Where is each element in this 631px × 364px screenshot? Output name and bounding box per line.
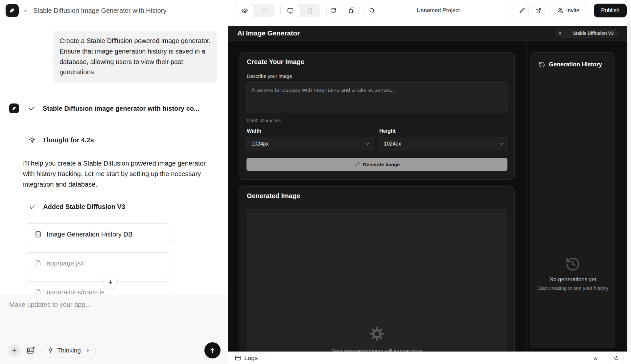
search-icon — [369, 7, 375, 14]
invite-label: Invite — [566, 7, 580, 14]
gear-icon — [246, 326, 507, 341]
lightbulb-icon — [28, 136, 36, 144]
prompt-textarea[interactable] — [246, 82, 507, 113]
composer-toolbar: Thinking — [8, 342, 221, 358]
preview-mode-button[interactable] — [235, 4, 254, 17]
chat-panel: Stable Diffusion Image Generator with Hi… — [0, 0, 228, 364]
database-icon — [35, 231, 42, 238]
power-button[interactable] — [609, 353, 624, 363]
mobile-view-button[interactable] — [300, 4, 320, 17]
generated-image-placeholder: Your generated image will appear here — [246, 209, 507, 352]
artifact-card-page-file[interactable]: app/page.jsx — [24, 252, 171, 274]
history-icon — [539, 61, 545, 68]
history-icon — [565, 256, 581, 272]
thinking-mode-button[interactable]: Thinking — [41, 344, 96, 357]
model-badge-label: Stable Diffusion V3 — [573, 31, 614, 36]
width-label: Width — [247, 128, 261, 134]
divider — [604, 354, 604, 362]
refresh-button[interactable] — [326, 4, 340, 17]
copy-icon — [348, 7, 355, 14]
publish-button[interactable]: Publish — [594, 4, 627, 17]
chevron-right-icon — [85, 348, 90, 353]
check-icon — [28, 105, 35, 112]
external-link-icon — [535, 8, 541, 14]
copy-button[interactable] — [345, 4, 359, 17]
history-empty-icon — [531, 256, 615, 272]
wand-icon — [354, 162, 360, 167]
added-step-label: Added Stable Diffusion V3 — [43, 203, 125, 211]
assistant-message: I'll help you create a Stable Diffusion … — [23, 158, 215, 190]
app-logo-icon[interactable] — [6, 4, 19, 17]
plus-icon — [11, 347, 18, 354]
lightbulb-icon — [47, 347, 54, 354]
monitor-icon — [287, 7, 294, 14]
generate-image-button[interactable]: Generate Image — [246, 158, 507, 171]
generate-label: Generate Image — [363, 162, 400, 167]
eye-icon — [241, 7, 248, 14]
preview-scrollbar[interactable] — [627, 21, 631, 352]
pencil-icon — [519, 8, 525, 14]
history-empty-title: No generations yet — [531, 276, 615, 283]
project-name-input[interactable]: Unnamed Project — [364, 4, 512, 17]
file-icon — [35, 260, 42, 267]
view-mode-toggle — [235, 4, 274, 17]
char-counter: 0/500 characters — [247, 118, 281, 123]
added-step-row: Added Stable Diffusion V3 — [29, 203, 125, 211]
invite-button[interactable]: Invite — [550, 4, 586, 17]
code-mode-button[interactable] — [254, 4, 274, 17]
code-icon — [261, 7, 268, 14]
create-card-title: Create Your Image — [247, 58, 304, 66]
thought-duration: Thought for 4.2s — [42, 136, 94, 144]
power-icon — [614, 355, 619, 361]
task-summary: Stable Diffusion image generator with hi… — [43, 105, 199, 112]
smartphone-icon — [307, 7, 314, 14]
open-external-button[interactable] — [531, 4, 545, 17]
image-plus-icon — [26, 346, 35, 355]
generated-image-card: Generated Image Your generated image wil… — [239, 186, 515, 352]
send-button[interactable] — [204, 342, 221, 358]
thought-row[interactable]: Thought for 4.2s — [28, 136, 94, 144]
rename-button[interactable] — [515, 4, 529, 17]
desktop-view-button[interactable] — [280, 4, 300, 17]
chevron-down-icon[interactable] — [23, 8, 28, 13]
assistant-task-row[interactable]: Stable Diffusion image generator with hi… — [9, 103, 199, 113]
chat-header: Stable Diffusion Image Generator with Hi… — [0, 0, 228, 21]
composer-input[interactable]: Make updates to your app... — [9, 301, 91, 308]
model-badge: Stable Diffusion V3 — [555, 29, 618, 37]
check-icon — [29, 203, 36, 211]
project-name: Unnamed Project — [417, 7, 460, 14]
height-value: 1024px — [384, 141, 401, 147]
assistant-avatar-icon — [9, 103, 19, 113]
height-label: Height — [379, 128, 396, 134]
status-dot — [559, 32, 561, 34]
width-select[interactable]: 1024px — [246, 137, 374, 151]
arrow-down-icon — [107, 279, 114, 285]
panel-divider — [526, 41, 526, 352]
artifact-label: app/page.jsx — [47, 260, 84, 267]
preview-canvas: AI Image Generator Stable Diffusion V3 C… — [228, 26, 627, 352]
generated-empty-text: Your generated image will appear here — [246, 349, 507, 352]
logs-bar[interactable]: Logs — [228, 352, 631, 364]
page-title: Stable Diffusion Image Generator with Hi… — [33, 7, 166, 14]
add-attachment-button[interactable] — [8, 344, 21, 357]
history-header: Generation History — [539, 61, 602, 68]
composer-panel[interactable]: Make updates to your app... Thinking — [0, 294, 228, 364]
preview-app-title: AI Image Generator — [237, 29, 300, 37]
artifact-card-database[interactable]: Image Generation History DB — [24, 223, 171, 245]
workspace: Unnamed Project Invite Publish AI Image … — [228, 0, 631, 364]
artifact-label: Image Generation History DB — [47, 231, 132, 238]
generation-history-panel: Generation History No generations yet St… — [530, 52, 615, 348]
height-select[interactable]: 1024px — [379, 137, 507, 151]
chevron-down-icon — [365, 141, 370, 147]
chevron-down-icon — [499, 141, 504, 147]
history-empty-subtitle: Start creating to see your history — [531, 285, 615, 291]
user-message-bubble: Create a Stable Diffusion powered image … — [53, 31, 217, 83]
logs-label: Logs — [244, 354, 258, 362]
history-title: Generation History — [549, 61, 602, 68]
add-image-button[interactable] — [26, 346, 35, 355]
scroll-to-bottom-button[interactable] — [103, 275, 118, 289]
prompt-label: Describe your image — [247, 73, 292, 79]
expand-logs-button[interactable] — [593, 355, 598, 361]
arrow-up-icon — [209, 347, 216, 354]
generated-card-title: Generated Image — [247, 192, 300, 200]
